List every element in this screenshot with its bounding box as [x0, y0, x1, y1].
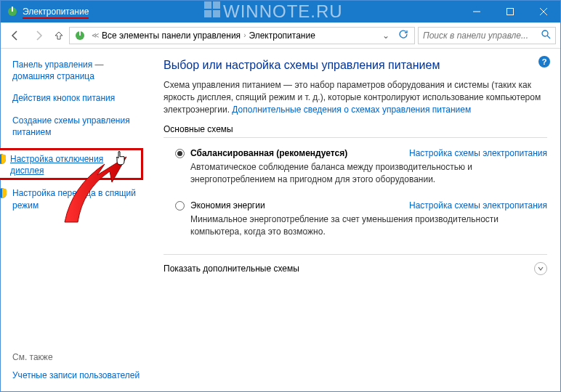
power-plug-icon: [7, 6, 18, 17]
breadcrumb[interactable]: ≪ Все элементы панели управления › Элект…: [69, 27, 415, 44]
content: ? Выбор или настройка схемы управления п…: [146, 49, 560, 391]
plan-saver: Экономия энергии Настройка схемы электро…: [164, 196, 547, 248]
search-input[interactable]: [423, 30, 541, 41]
forward-button[interactable]: [28, 25, 49, 46]
window: Электропитание WINNOTE.RU: [0, 0, 561, 392]
section-main-plans: Основные схемы: [164, 124, 547, 138]
svg-rect-4: [204, 10, 211, 17]
titlebar: Электропитание WINNOTE.RU: [1, 1, 560, 23]
page-heading: Выбор или настройка схемы управления пит…: [164, 59, 547, 72]
svg-rect-3: [213, 1, 220, 9]
plan-saver-name: Экономия энергии: [190, 200, 265, 211]
plan-saver-settings-link[interactable]: Настройка схемы электропитания: [409, 200, 547, 211]
shield-icon: [0, 187, 8, 199]
annotation-underline: [23, 17, 89, 19]
control-panel-home-link[interactable]: Панель управления — домашняя страница: [12, 59, 139, 82]
plan-balanced-desc: Автоматическое соблюдение баланса между …: [190, 161, 547, 186]
see-also-title: См. также: [12, 352, 140, 362]
plan-balanced: Сбалансированная (рекомендуется) Настрой…: [164, 144, 547, 196]
page-description: Схема управления питанием — это набор па…: [164, 79, 547, 115]
minimize-button[interactable]: [460, 1, 493, 23]
windows-logo-icon: [204, 1, 220, 22]
show-additional-plans[interactable]: Показать дополнительные схемы: [164, 254, 547, 275]
search-icon[interactable]: [541, 30, 551, 41]
refresh-button[interactable]: [394, 29, 413, 41]
back-button[interactable]: [5, 25, 25, 46]
svg-rect-7: [507, 9, 514, 15]
expander-label: Показать дополнительные схемы: [164, 264, 299, 274]
annotation-highlight-box: Настройка отключения дисплея: [0, 148, 143, 180]
radio-balanced[interactable]: [175, 149, 185, 158]
sidebar: Панель управления — домашняя страница Де…: [1, 49, 146, 391]
more-info-link[interactable]: Дополнительные сведения о схемах управле…: [232, 105, 471, 115]
shield-icon: [0, 153, 7, 167]
svg-rect-1: [12, 7, 13, 12]
breadcrumb-separator: ≪: [92, 31, 99, 39]
user-accounts-link[interactable]: Учетные записи пользователей: [12, 369, 140, 381]
svg-rect-11: [79, 30, 81, 36]
addressbar: ≪ Все элементы панели управления › Элект…: [1, 23, 560, 49]
svg-rect-5: [213, 10, 220, 17]
chevron-down-icon[interactable]: [534, 262, 547, 275]
up-button[interactable]: [52, 25, 66, 46]
plan-balanced-name: Сбалансированная (рекомендуется): [190, 148, 347, 158]
svg-point-12: [542, 30, 548, 36]
plan-saver-desc: Минимальное энергопотребление за счет ум…: [190, 213, 547, 238]
close-button[interactable]: [527, 1, 560, 23]
body: Панель управления — домашняя страница Де…: [1, 49, 560, 391]
window-title: Электропитание: [23, 7, 89, 17]
breadcrumb-item-all[interactable]: Все элементы панели управления: [102, 30, 241, 41]
sidebar-button-actions-link[interactable]: Действия кнопок питания: [12, 92, 139, 104]
plan-balanced-settings-link[interactable]: Настройка схемы электропитания: [409, 148, 547, 158]
power-options-icon: [74, 30, 86, 41]
sidebar-sleep-mode-link[interactable]: Настройка перехода в спящий режим: [12, 187, 139, 211]
maximize-button[interactable]: [493, 1, 527, 23]
svg-rect-2: [204, 1, 211, 9]
help-icon[interactable]: ?: [538, 56, 550, 68]
breadcrumb-dropdown[interactable]: ⌄: [378, 30, 394, 41]
breadcrumb-item-current[interactable]: Электропитание: [249, 30, 315, 41]
chevron-right-icon: ›: [243, 31, 246, 39]
see-also-section: См. также Учетные записи пользователей: [12, 352, 140, 381]
radio-saver[interactable]: [175, 201, 185, 211]
search-box[interactable]: [418, 27, 556, 44]
sidebar-create-plan-link[interactable]: Создание схемы управления питанием: [12, 115, 139, 138]
sidebar-display-off-link[interactable]: Настройка отключения дисплея: [10, 153, 137, 176]
watermark: WINNOTE.RU: [204, 1, 343, 23]
svg-line-13: [547, 36, 550, 38]
